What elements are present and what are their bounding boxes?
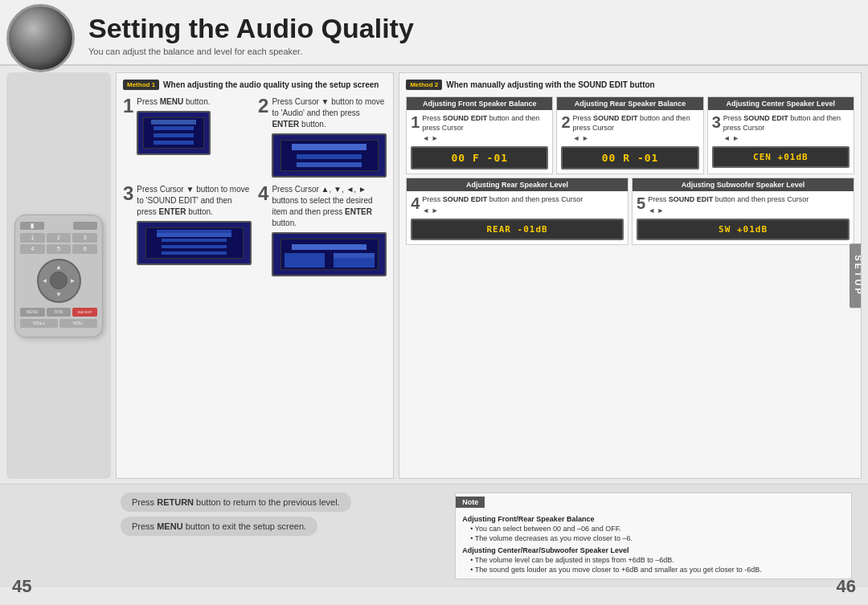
method1-badge: Method 1: [123, 80, 159, 90]
method2-bottom-cols: Adjusting Rear Speaker Level 4 Press SOU…: [406, 178, 854, 245]
step2-text: Press Cursor ▼ button to move to 'Audio'…: [272, 96, 387, 130]
remote-return-btn[interactable]: RTN: [47, 308, 72, 317]
method1-title: When adjusting the audio quality using t…: [163, 80, 379, 89]
remote-top-btn-right[interactable]: [73, 222, 97, 230]
footer-note: Note Adjusting Front/Rear Speaker Balanc…: [455, 493, 852, 579]
m2-step5-arrows: ◄ ►: [648, 206, 809, 215]
remote-vol-up[interactable]: VOL+: [20, 319, 58, 328]
method1-header: Method 1 When adjusting the audio qualit…: [123, 80, 387, 90]
method1-step3: 3 Press Cursor ▼ button to move to 'SOUN…: [123, 184, 252, 276]
m2-step4-num: 4: [411, 195, 420, 211]
rear-speaker-level-col: Adjusting Rear Speaker Level 4 Press SOU…: [406, 178, 628, 245]
remote-area: ▐▌ 1 2 3 4 5 6 ▲ ▼ ◄ ►: [6, 72, 111, 479]
m2-step2-arrows: ◄ ►: [573, 134, 699, 142]
rear-speaker-balance-col: Adjusting Rear Speaker Balance 2 Press S…: [556, 96, 703, 174]
step1-num: 1: [123, 96, 133, 116]
step1-screen: [137, 111, 210, 155]
footer-steps: Press RETURN button to return to the pre…: [121, 493, 439, 536]
note-label: Note: [456, 497, 485, 508]
m2-step3-num: 3: [712, 114, 721, 130]
step3-screen: [137, 221, 252, 265]
rear-speaker-level-header: Adjusting Rear Speaker Level: [407, 178, 628, 191]
method2-header: Method 2 When manually adjusting with th…: [406, 80, 854, 90]
footer-step2: Press MENU button to exit the setup scre…: [121, 517, 317, 536]
front-speaker-header: Adjusting Front Speaker Balance: [407, 97, 552, 110]
footer-area: Press RETURN button to return to the pre…: [0, 484, 868, 587]
m2-step1-num: 1: [411, 114, 420, 130]
m2-step2-num: 2: [561, 114, 570, 130]
subwoofer-speaker-col: Adjusting Subwoofer Speaker Level 5 Pres…: [632, 178, 854, 245]
m2-step5-text: Press SOUND EDIT button and then press C…: [648, 195, 809, 205]
footer-step1: Press RETURN button to return to the pre…: [121, 493, 351, 512]
m2-step4-text: Press SOUND EDIT button and then press C…: [422, 195, 583, 205]
remote-menu-btn[interactable]: MENU: [20, 308, 45, 317]
m2-step4-arrows: ◄ ►: [422, 206, 583, 215]
rear-level-display: REAR -01dB: [411, 219, 624, 240]
page-num-left: 45: [12, 576, 31, 597]
remote-dpad[interactable]: ▲ ▼ ◄ ►: [37, 259, 81, 303]
step3-text: Press Cursor ▼ button to move to 'SOUND …: [137, 184, 252, 218]
step2-num: 2: [258, 96, 268, 116]
speaker-icon: [6, 4, 75, 72]
subwoofer-level-display: SW +01dB: [637, 219, 850, 240]
remote-enter-btn[interactable]: [50, 272, 68, 289]
method1-area: Method 1 When adjusting the audio qualit…: [116, 72, 394, 479]
page-title: Setting the Audio Quality: [88, 13, 852, 44]
remote-control: ▐▌ 1 2 3 4 5 6 ▲ ▼ ◄ ►: [14, 215, 103, 337]
method1-step4: 4 Press Cursor ▲, ▼, ◄, ► buttons to sel…: [258, 184, 387, 276]
m2-step3-arrows: ◄ ►: [723, 134, 850, 142]
remote-num-3[interactable]: 3: [72, 233, 97, 243]
main-content: ▐▌ 1 2 3 4 5 6 ▲ ▼ ◄ ►: [0, 66, 868, 484]
remote-num-1[interactable]: 1: [20, 233, 45, 243]
step4-screen: [272, 232, 387, 276]
remote-top-btn-left[interactable]: ▐▌: [20, 222, 44, 230]
m2-step1-text: Press SOUND EDIT button and then press C…: [422, 114, 548, 133]
note-title2: Adjusting Center/Rear/Subwoofer Speaker …: [462, 546, 845, 554]
step2-screen: [272, 133, 387, 178]
m2-step3-text: Press SOUND EDIT button and then press C…: [723, 114, 850, 133]
step1-text: Press MENU button.: [137, 96, 210, 108]
m2-step2-text: Press SOUND EDIT button and then press C…: [573, 114, 699, 133]
note-bullet2-2: • The sound gets louder as you move clos…: [462, 566, 845, 574]
page-header: Setting the Audio Quality You can adjust…: [0, 0, 868, 66]
center-speaker-col: Adjusting Center Speaker Level 3 Press S…: [707, 96, 854, 174]
note-bullet1-1: • You can select between 00 and –06 and …: [462, 525, 845, 533]
method1-step1: 1 Press MENU button.: [123, 96, 252, 178]
front-balance-display: 00 F -01: [411, 146, 548, 170]
step4-text: Press Cursor ▲, ▼, ◄, ► buttons to selec…: [272, 184, 387, 229]
page-num-right: 46: [837, 576, 856, 597]
remote-sound-edit-btn[interactable]: SND EDIT: [72, 308, 97, 317]
remote-num-4[interactable]: 4: [20, 244, 45, 254]
note-bullet1-2: • The volume decreases as you move close…: [462, 534, 845, 542]
setup-tab: SETUP: [850, 243, 862, 308]
subwoofer-speaker-header: Adjusting Subwoofer Speaker Level: [633, 178, 854, 191]
step3-num: 3: [123, 184, 133, 203]
center-speaker-header: Adjusting Center Speaker Level: [708, 97, 854, 110]
method2-badge: Method 2: [406, 80, 442, 90]
m2-step5-num: 5: [637, 195, 645, 211]
method2-top-cols: Adjusting Front Speaker Balance 1 Press …: [406, 96, 854, 174]
front-speaker-col: Adjusting Front Speaker Balance 1 Press …: [406, 96, 553, 174]
remote-num-5[interactable]: 5: [47, 244, 72, 254]
rear-balance-display: 00 R -01: [561, 146, 698, 170]
rear-speaker-balance-header: Adjusting Rear Speaker Balance: [557, 97, 702, 110]
step4-num: 4: [258, 184, 268, 203]
m2-step1-arrows: ◄ ►: [422, 134, 548, 142]
remote-num-2[interactable]: 2: [47, 233, 72, 243]
method2-area: Method 2 When manually adjusting with th…: [399, 72, 862, 479]
remote-vol-down[interactable]: VOL-: [59, 319, 97, 328]
remote-num-6[interactable]: 6: [72, 244, 97, 254]
center-level-display: CEN +01dB: [712, 146, 850, 168]
method2-title: When manually adjusting with the SOUND E…: [446, 80, 654, 89]
note-title1: Adjusting Front/Rear Speaker Balance: [462, 515, 845, 523]
note-bullet2-1: • The volume level can be adjusted in st…: [462, 556, 845, 564]
page-subtitle: You can adjust the balance and level for…: [88, 47, 852, 56]
method1-step2: 2 Press Cursor ▼ button to move to 'Audi…: [258, 96, 387, 178]
